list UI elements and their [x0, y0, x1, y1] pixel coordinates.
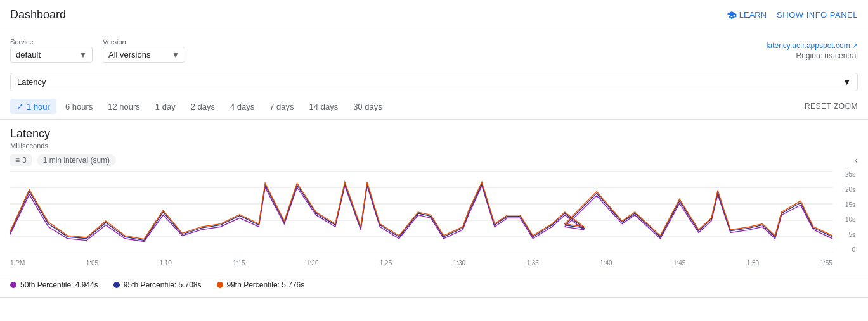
page-header: Dashboard LEARN SHOW INFO PANEL — [0, 0, 868, 30]
checkmark-icon: ✓ — [16, 101, 24, 111]
time-btn-12hours[interactable]: 12 hours — [101, 99, 146, 114]
app-link[interactable]: latency.uc.r.appspot.com ↗ — [767, 41, 858, 50]
legend-item-95th: 95th Percentile: 5.708s — [113, 280, 202, 289]
time-btn-7days[interactable]: 7 days — [263, 99, 300, 114]
x-label-1pm: 1 PM — [10, 260, 25, 267]
y-label-15s: 15s — [845, 201, 855, 208]
show-info-panel-button[interactable]: SHOW INFO PANEL — [777, 10, 858, 20]
controls-row: Service default ▼ Version All versions ▼… — [0, 30, 868, 68]
graduation-icon — [727, 10, 737, 20]
y-label-0: 0 — [852, 246, 855, 253]
x-label-1-45: 1:45 — [673, 260, 685, 267]
chart-svg — [10, 171, 832, 253]
x-label-1-15: 1:15 — [233, 260, 245, 267]
y-label-20s: 20s — [845, 186, 855, 193]
legend-label-99th: 99th Percentile: 5.776s — [227, 280, 305, 289]
time-range-row: ✓ 1 hour 6 hours 12 hours 1 day 2 days 4… — [0, 96, 868, 120]
chart-toolbar: ≡ 3 1 min interval (sum) ‹ — [10, 154, 858, 166]
reset-zoom-button[interactable]: RESET ZOOM — [805, 102, 858, 111]
version-dropdown-group: Version All versions ▼ — [103, 38, 185, 63]
external-link-icon: ↗ — [852, 42, 858, 49]
chart-title: Latency — [10, 127, 858, 141]
interval-badge: 1 min interval (sum) — [37, 154, 116, 166]
legend-row: 50th Percentile: 4.944s 95th Percentile:… — [0, 275, 868, 297]
chart-container: 25s 20s 15s 10s 5s 0 1 PM 1:05 1:10 1:15… — [10, 171, 858, 272]
filter-badge[interactable]: ≡ 3 — [10, 154, 32, 166]
collapse-button[interactable]: ‹ — [855, 154, 858, 166]
x-label-1-20: 1:20 — [306, 260, 318, 267]
time-btn-30days[interactable]: 30 days — [347, 99, 389, 114]
controls-right: latency.uc.r.appspot.com ↗ Region: us-ce… — [767, 41, 858, 60]
x-label-1-25: 1:25 — [380, 260, 392, 267]
legend-dot-95th — [113, 282, 120, 288]
legend-item-50th: 50th Percentile: 4.944s — [10, 280, 98, 289]
time-btn-14days[interactable]: 14 days — [303, 99, 345, 114]
metric-dropdown-arrow: ▼ — [843, 77, 851, 87]
legend-dot-50th — [10, 282, 16, 288]
time-btn-4days[interactable]: 4 days — [224, 99, 261, 114]
time-btn-2days[interactable]: 2 days — [185, 99, 221, 114]
header-actions: LEARN SHOW INFO PANEL — [727, 10, 858, 20]
service-dropdown[interactable]: default ▼ — [10, 47, 93, 63]
version-dropdown[interactable]: All versions ▼ — [103, 47, 185, 63]
version-dropdown-arrow: ▼ — [172, 51, 179, 60]
controls-left: Service default ▼ Version All versions ▼ — [10, 38, 185, 63]
y-label-25s: 25s — [845, 171, 855, 178]
region-label: Region: us-central — [767, 51, 858, 60]
x-label-1-35: 1:35 — [526, 260, 538, 267]
x-label-1-30: 1:30 — [453, 260, 465, 267]
service-dropdown-arrow: ▼ — [79, 51, 87, 60]
x-label-1-10: 1:10 — [159, 260, 171, 267]
time-btn-6hours[interactable]: 6 hours — [59, 99, 99, 114]
service-dropdown-group: Service default ▼ — [10, 38, 93, 63]
filter-icon: ≡ — [15, 156, 20, 165]
bottom-border — [0, 297, 868, 298]
page-title: Dashboard — [10, 8, 66, 22]
version-label: Version — [103, 38, 185, 46]
metric-dropdown[interactable]: Latency ▼ — [10, 73, 858, 91]
legend-label-50th: 50th Percentile: 4.944s — [20, 280, 98, 289]
x-axis: 1 PM 1:05 1:10 1:15 1:20 1:25 1:30 1:35 … — [10, 260, 832, 272]
y-axis: 25s 20s 15s 10s 5s 0 — [832, 171, 858, 253]
y-label-10s: 10s — [845, 216, 855, 223]
legend-item-99th: 99th Percentile: 5.776s — [217, 280, 305, 289]
x-label-1-55: 1:55 — [820, 260, 832, 267]
x-label-1-40: 1:40 — [600, 260, 612, 267]
y-label-5s: 5s — [848, 231, 855, 238]
time-btn-1day[interactable]: 1 day — [149, 99, 182, 114]
x-label-1-50: 1:50 — [747, 260, 759, 267]
legend-label-95th: 95th Percentile: 5.708s — [124, 280, 202, 289]
chart-area — [10, 171, 832, 253]
x-label-1-05: 1:05 — [86, 260, 98, 267]
chart-subtitle: Milliseconds — [10, 142, 858, 149]
metric-dropdown-row: Latency ▼ — [0, 68, 868, 96]
time-range-buttons: ✓ 1 hour 6 hours 12 hours 1 day 2 days 4… — [10, 99, 389, 114]
learn-button[interactable]: LEARN — [727, 10, 767, 20]
legend-dot-99th — [217, 282, 223, 288]
service-label: Service — [10, 38, 93, 46]
chart-section: Latency Milliseconds ≡ 3 1 min interval … — [0, 120, 868, 272]
time-btn-1hour[interactable]: ✓ 1 hour — [10, 99, 56, 114]
